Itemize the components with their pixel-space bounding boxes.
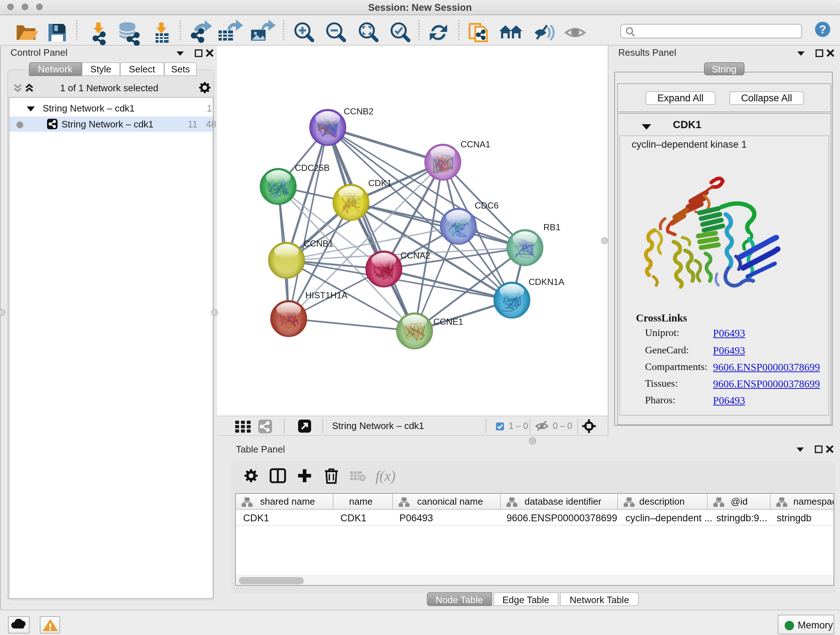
svg-text:CCNA1: CCNA1 [461,139,491,149]
svg-text:CDK1: CDK1 [368,178,392,188]
svg-text:RB1: RB1 [543,222,561,232]
svg-text:?: ? [819,22,826,35]
svg-text:CDC6: CDC6 [475,201,499,211]
svg-text:HIST1H1A: HIST1H1A [305,290,347,300]
svg-text:CDKN1A: CDKN1A [529,277,565,287]
svg-text:CCNE1: CCNE1 [433,317,463,326]
svg-text:String Network – cdk1: String Network – cdk1 [332,420,424,431]
svg-text:CCNB2: CCNB2 [344,106,374,116]
svg-text:CCNA2: CCNA2 [401,250,431,260]
svg-text:f(x): f(x) [375,468,395,484]
svg-text:CDC25B: CDC25B [295,163,330,173]
svg-text:CCNB1: CCNB1 [303,239,333,249]
svg-text:1 – 0: 1 – 0 [508,421,528,431]
svg-text:0 – 0: 0 – 0 [553,421,572,431]
